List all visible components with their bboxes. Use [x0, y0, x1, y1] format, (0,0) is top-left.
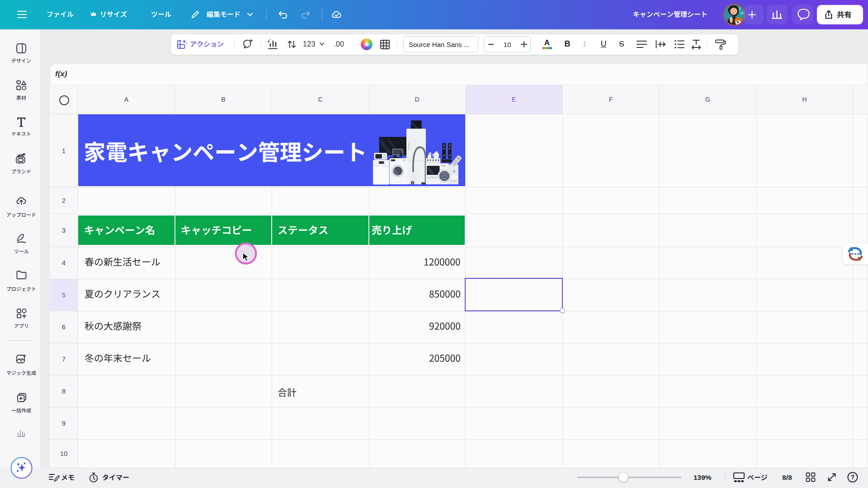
svg-text:?: ? — [851, 474, 855, 481]
